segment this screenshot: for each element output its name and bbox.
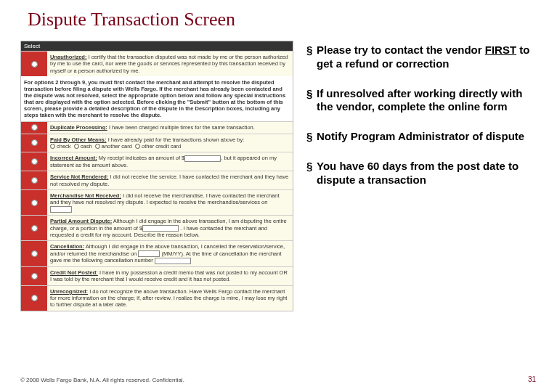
radio-cell[interactable] xyxy=(21,152,47,171)
option-desc: Unrecognized: I do not recognize the abo… xyxy=(47,286,293,311)
option-desc: Partial Amount Dispute: Although I did e… xyxy=(47,216,293,240)
table-header: Select xyxy=(21,41,293,51)
footer-copyright: © 2008 Wells Fargo Bank, N.A. All rights… xyxy=(20,377,184,383)
radio-cell[interactable] xyxy=(21,267,47,285)
option-row-9: Credit Not Posted: I have in my possessi… xyxy=(21,266,293,285)
option-row-6: Merchandise Not Received: I did not rece… xyxy=(21,189,293,215)
radio-cell[interactable] xyxy=(21,171,47,189)
option-row-8: Cancellation: Although I did engage in t… xyxy=(21,240,293,266)
page-title: Dispute Transaction Screen xyxy=(0,0,549,30)
radio-cancellation xyxy=(31,250,38,257)
option-row-4: Incorrect Amount: My receipt indicates a… xyxy=(21,152,293,171)
date-input[interactable] xyxy=(50,206,72,213)
screenshot-panel: Select Unauthorized: I certify that the … xyxy=(20,41,293,311)
option-row-10: Unrecognized: I do not recognize the abo… xyxy=(21,285,293,311)
option-row-3: Paid By Other Means: I have already paid… xyxy=(21,134,293,152)
partial-amount-input[interactable] xyxy=(142,225,179,232)
option-row-7: Partial Amount Dispute: Although I did e… xyxy=(21,215,293,240)
instructions-block: For options 2 through 9, you must first … xyxy=(21,76,293,121)
option-desc: Cancellation: Although I did engage in t… xyxy=(47,241,293,266)
bullet-2: If unresolved after working directly wit… xyxy=(306,87,536,115)
radio-credit-not-posted xyxy=(31,273,38,279)
cancel-date-input[interactable] xyxy=(138,250,160,257)
option-row-1: Unauthorized: I certify that the transac… xyxy=(21,51,293,76)
content-area: Select Unauthorized: I certify that the … xyxy=(0,30,549,311)
radio-duplicate xyxy=(31,124,38,131)
bullet-1: Please try to contact the vendor FIRST t… xyxy=(306,44,536,71)
radio-service-not-rendered xyxy=(31,177,38,184)
radio-cell[interactable] xyxy=(21,52,47,76)
radio-cell[interactable] xyxy=(21,134,47,152)
radio-cell[interactable] xyxy=(21,241,47,266)
bullet-panel: Please try to contact the vendor FIRST t… xyxy=(306,41,536,311)
bullet-4: You have 60 days from the post date to d… xyxy=(306,160,536,187)
radio-merch-not-received xyxy=(31,200,38,206)
option-row-2: Duplicate Processing: I have been charge… xyxy=(21,121,293,133)
option-desc: Paid By Other Means: I have already paid… xyxy=(47,134,293,152)
radio-cell[interactable] xyxy=(21,216,47,240)
option-desc: Unauthorized: I certify that the transac… xyxy=(47,52,293,76)
bullet-3: Notify Program Administrator of dispute xyxy=(306,130,536,144)
radio-partial-amount xyxy=(31,225,38,232)
radio-unrecognized xyxy=(31,295,38,301)
radio-cell[interactable] xyxy=(21,286,47,311)
option-row-5: Service Not Rendered: I did not receive … xyxy=(21,171,293,189)
dispute-form-screenshot: Select Unauthorized: I certify that the … xyxy=(20,41,293,311)
option-desc: Service Not Rendered: I did not receive … xyxy=(47,171,293,189)
amount-input[interactable] xyxy=(184,155,221,162)
bullet-list: Please try to contact the vendor FIRST t… xyxy=(306,44,536,187)
option-desc: Duplicate Processing: I have been charge… xyxy=(47,122,293,133)
cancel-number-input[interactable] xyxy=(155,258,191,264)
radio-incorrect-amount xyxy=(31,158,38,165)
option-desc: Incorrect Amount: My receipt indicates a… xyxy=(47,152,293,171)
option-desc: Merchandise Not Received: I did not rece… xyxy=(47,190,293,215)
radio-unauthorized xyxy=(31,61,38,68)
radio-paid-other xyxy=(31,139,38,146)
page-number: 31 xyxy=(528,375,536,383)
radio-cell[interactable] xyxy=(21,122,47,133)
option-desc: Credit Not Posted: I have in my possessi… xyxy=(47,267,293,285)
radio-cell[interactable] xyxy=(21,190,47,215)
